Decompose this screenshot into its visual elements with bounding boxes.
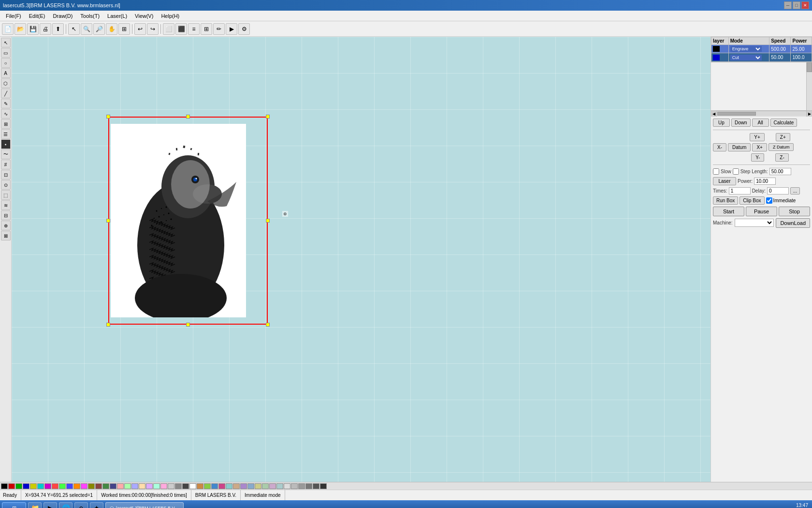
palette-color-28[interactable] xyxy=(204,483,211,489)
settings-button[interactable]: ⚙ xyxy=(238,23,250,35)
tool-rectangle[interactable]: ▭ xyxy=(1,48,11,58)
tool-text[interactable]: A xyxy=(1,68,11,78)
array-button[interactable]: ⊞ xyxy=(201,23,212,35)
datum-button[interactable]: Datum xyxy=(728,143,751,151)
handle-bottom-right[interactable] xyxy=(266,323,270,327)
undo-button[interactable]: ↩ xyxy=(134,23,146,35)
tool-bitmap[interactable]: ⬚ xyxy=(1,190,11,200)
simulate-button[interactable]: ▶ xyxy=(226,23,237,35)
tool-fill[interactable]: ▪ xyxy=(1,139,11,149)
palette-color-43[interactable] xyxy=(313,483,319,489)
palette-color-19[interactable] xyxy=(139,483,145,489)
handle-bottom-left[interactable] xyxy=(106,323,110,327)
canvas-area[interactable]: ⊕ xyxy=(12,37,710,482)
menu-laser[interactable]: Laser(L) xyxy=(103,12,131,20)
palette-color-24[interactable] xyxy=(175,483,182,489)
palette-color-1[interactable] xyxy=(8,483,15,489)
tool-line[interactable]: ╱ xyxy=(1,89,11,98)
menu-help[interactable]: Help(H) xyxy=(157,12,183,20)
tool-hatch[interactable]: ≋ xyxy=(1,200,11,210)
immediate-checkbox[interactable] xyxy=(766,197,772,204)
tool-circle[interactable]: ○ xyxy=(1,58,11,68)
palette-color-26[interactable] xyxy=(189,483,196,489)
palette-color-8[interactable] xyxy=(59,483,66,489)
align-button[interactable]: ≡ xyxy=(188,23,200,35)
palette-color-7[interactable] xyxy=(52,483,58,489)
palette-color-9[interactable] xyxy=(66,483,73,489)
layer-hscroll-right-arrow[interactable]: ▶ xyxy=(806,111,812,117)
y-minus-button[interactable]: Y- xyxy=(751,153,764,162)
taskbar-ie-app[interactable]: e xyxy=(74,502,88,508)
laser-button[interactable]: Laser xyxy=(713,177,736,185)
calculate-button[interactable]: Calculate xyxy=(770,119,798,127)
clip-box-button[interactable]: Clip Box xyxy=(740,196,764,205)
layer-hscroll-thumb[interactable] xyxy=(717,112,756,116)
menu-view[interactable]: View(V) xyxy=(131,12,157,20)
palette-color-13[interactable] xyxy=(95,483,102,489)
menu-file[interactable]: File(F) xyxy=(2,12,25,20)
palette-color-11[interactable] xyxy=(81,483,87,489)
x-minus-button[interactable]: X- xyxy=(713,143,726,151)
palette-color-39[interactable] xyxy=(284,483,290,489)
palette-color-38[interactable] xyxy=(276,483,283,489)
engrave-mode-select[interactable]: Engrave xyxy=(730,46,762,52)
group-button[interactable]: ⬜ xyxy=(163,23,174,35)
palette-color-18[interactable] xyxy=(131,483,138,489)
taskbar-active-lasercut[interactable]: ⬡ lasercut5.3[BRM LASERS B.V.... xyxy=(105,502,184,508)
palette-color-14[interactable] xyxy=(102,483,109,489)
palette-color-15[interactable] xyxy=(110,483,116,489)
palette-color-12[interactable] xyxy=(88,483,95,489)
palette-color-27[interactable] xyxy=(197,483,203,489)
close-button[interactable]: ✕ xyxy=(801,1,809,9)
tool-pointer[interactable]: ↖ xyxy=(1,38,11,47)
layer-hscroll-left-arrow[interactable]: ◀ xyxy=(711,111,717,117)
tool-scan[interactable]: ⊟ xyxy=(1,210,11,220)
palette-color-21[interactable] xyxy=(153,483,160,489)
palette-color-42[interactable] xyxy=(305,483,312,489)
palette-color-33[interactable] xyxy=(240,483,247,489)
all-button[interactable]: All xyxy=(752,119,769,127)
save-button[interactable]: 💾 xyxy=(27,23,39,35)
palette-color-29[interactable] xyxy=(211,483,218,489)
fit-button[interactable]: ⊞ xyxy=(118,23,130,35)
palette-color-40[interactable] xyxy=(291,483,298,489)
pan-button[interactable]: ✋ xyxy=(106,23,117,35)
start-button[interactable]: Start xyxy=(713,207,744,216)
palette-color-4[interactable] xyxy=(30,483,37,489)
handle-top-left[interactable] xyxy=(106,115,110,119)
palette-color-16[interactable] xyxy=(117,483,124,489)
download-button[interactable]: DownLoad xyxy=(776,218,810,228)
tool-arrange[interactable]: ☰ xyxy=(1,129,11,139)
handle-top-right[interactable] xyxy=(266,115,270,119)
minimize-button[interactable]: ─ xyxy=(784,1,792,9)
layer-mode-cut[interactable]: Cut xyxy=(728,53,769,61)
palette-color-31[interactable] xyxy=(226,483,232,489)
tool-extra1[interactable]: ⊕ xyxy=(1,221,11,230)
z-minus-button[interactable]: Z- xyxy=(775,153,788,162)
cut-mode-select[interactable]: Cut xyxy=(730,55,762,60)
z-plus-button[interactable]: Z+ xyxy=(776,133,790,141)
select-button[interactable]: ↖ xyxy=(68,23,80,35)
times-input[interactable] xyxy=(729,187,751,194)
palette-color-36[interactable] xyxy=(262,483,269,489)
palette-color-37[interactable] xyxy=(269,483,276,489)
slow-checkbox[interactable] xyxy=(713,168,719,175)
redo-button[interactable]: ↪ xyxy=(147,23,159,35)
palette-color-10[interactable] xyxy=(73,483,80,489)
palette-color-6[interactable] xyxy=(44,483,51,489)
layer-vscroll-thumb[interactable] xyxy=(807,62,812,72)
tool-bezier[interactable]: ∿ xyxy=(1,109,11,119)
palette-color-17[interactable] xyxy=(124,483,131,489)
stop-button[interactable]: Stop xyxy=(779,207,810,216)
open-button[interactable]: 📂 xyxy=(14,23,26,35)
palette-color-30[interactable] xyxy=(218,483,225,489)
taskbar-star-app[interactable]: ✦ xyxy=(90,502,103,508)
machine-select[interactable] xyxy=(735,219,774,227)
handle-middle-right[interactable] xyxy=(266,219,270,223)
maximize-button[interactable]: □ xyxy=(793,1,800,9)
layer-mode-engrave[interactable]: Engrave xyxy=(728,45,769,53)
menu-tools[interactable]: Tools(T) xyxy=(76,12,103,20)
zoom-out-button[interactable]: 🔎 xyxy=(93,23,105,35)
menu-edit[interactable]: Edit(E) xyxy=(25,12,49,20)
palette-color-41[interactable] xyxy=(298,483,305,489)
